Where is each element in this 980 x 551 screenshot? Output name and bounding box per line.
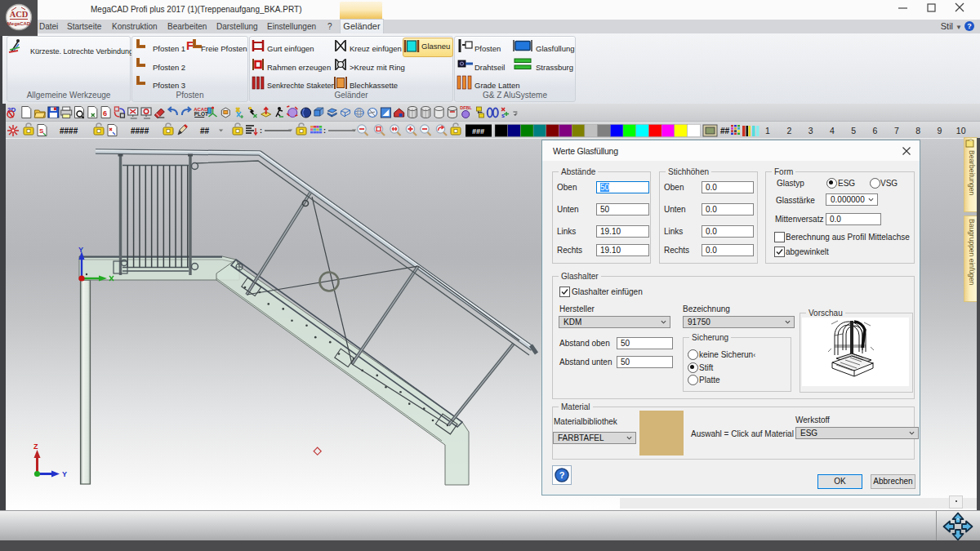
svg-text:##: ## <box>720 127 730 136</box>
svg-text:5: 5 <box>851 126 856 136</box>
svg-text:10: 10 <box>956 126 966 136</box>
svg-text:DFBL: DFBL <box>460 105 472 110</box>
svg-text:Y: Y <box>78 246 83 254</box>
svg-text:2: 2 <box>786 126 791 136</box>
svg-text:7: 7 <box>894 126 899 136</box>
svg-text:6: 6 <box>103 109 107 118</box>
svg-text:4: 4 <box>830 126 835 136</box>
svg-text:Z: Z <box>33 442 38 451</box>
svg-text:##: ## <box>200 127 210 136</box>
svg-text:PLOT: PLOT <box>194 111 208 117</box>
svg-text:Y: Y <box>62 470 67 478</box>
svg-text:ACD: ACD <box>10 10 29 19</box>
svg-text:MegaCAD: MegaCAD <box>7 21 31 26</box>
svg-text:F: F <box>186 38 194 52</box>
svg-text:3: 3 <box>808 126 813 136</box>
svg-text:####: #### <box>131 127 149 136</box>
svg-text::: : <box>260 127 262 135</box>
svg-text:####: #### <box>60 127 78 136</box>
svg-text:8: 8 <box>915 126 920 136</box>
svg-text:6: 6 <box>873 126 878 136</box>
svg-text:###: ### <box>472 127 484 136</box>
svg-text:1: 1 <box>765 126 770 136</box>
svg-text:s: s <box>501 113 505 118</box>
svg-text::: : <box>323 127 326 135</box>
svg-text:9: 9 <box>937 126 942 136</box>
svg-text:?: ? <box>559 470 565 480</box>
